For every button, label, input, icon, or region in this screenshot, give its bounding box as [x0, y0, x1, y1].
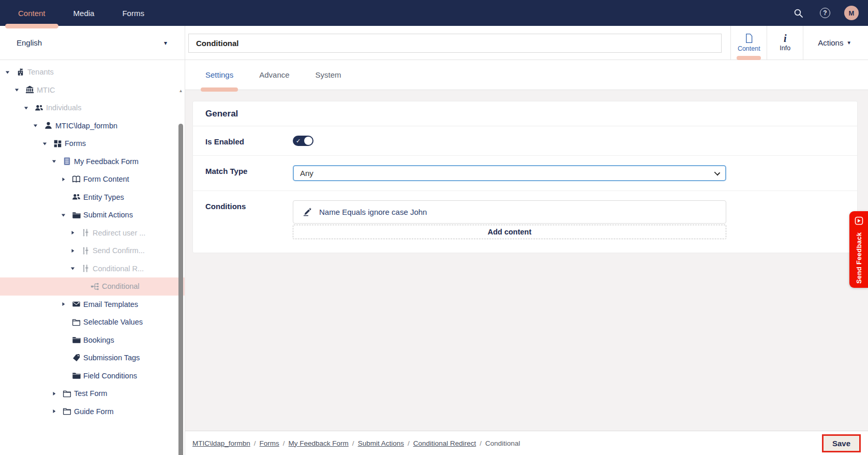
caret-down-icon[interactable] — [52, 159, 61, 164]
book-icon — [70, 175, 82, 184]
conditions-label: Conditions — [205, 200, 293, 239]
tree-item-individuals[interactable]: Individuals — [0, 99, 185, 117]
info-app-button[interactable]: i Info — [767, 26, 803, 60]
tree-item-submit-actions[interactable]: Submit Actions — [0, 206, 185, 224]
document-header: Content i Info Actions ▾ — [185, 26, 868, 60]
content-tree: TenantsMTICIndividualsMTIC\ldap_formbnFo… — [0, 60, 185, 420]
tab-advance[interactable]: Advance — [259, 60, 289, 90]
caret-down-icon[interactable] — [33, 123, 42, 128]
folder-outline-icon — [61, 407, 73, 416]
save-button[interactable]: Save — [822, 434, 861, 452]
sliders-icon — [79, 228, 92, 237]
tree-item-tenants[interactable]: Tenants — [0, 63, 185, 81]
content-app-button[interactable]: Content — [730, 26, 767, 60]
nav-item-media[interactable]: Media — [59, 0, 109, 26]
breadcrumb-link-forms[interactable]: Forms — [260, 439, 279, 447]
tree-item-test-form[interactable]: Test Form — [0, 385, 185, 403]
top-nav-utilities: ? M — [790, 0, 868, 26]
caret-right-icon[interactable] — [52, 391, 61, 396]
match-type-select[interactable]: Any — [293, 165, 726, 181]
caret-down-icon[interactable] — [70, 266, 79, 271]
tree-item-send-confirm[interactable]: Send Confirm... — [0, 242, 185, 260]
caret-down-icon[interactable] — [5, 70, 14, 75]
breadcrumb-link-submit-actions[interactable]: Submit Actions — [358, 439, 404, 447]
tree-item-conditional[interactable]: Conditional — [0, 277, 185, 296]
scroll-up-arrow-icon[interactable]: ▲ — [177, 89, 184, 94]
folder-outline-icon — [70, 318, 82, 327]
tab-system[interactable]: System — [316, 60, 341, 90]
send-feedback-icon — [855, 216, 863, 225]
condition-list-item[interactable]: Name Equals ignore case John — [293, 200, 726, 224]
tree-item-my-feedback-form[interactable]: My Feedback Form — [0, 153, 185, 171]
language-selector[interactable]: English ▾ — [0, 26, 185, 60]
sliders-icon — [79, 264, 92, 273]
search-icon — [794, 8, 803, 18]
caret-right-icon[interactable] — [52, 409, 61, 414]
grid-icon — [51, 139, 64, 148]
folder-filled-icon — [70, 211, 82, 219]
tenants-icon — [14, 68, 26, 77]
main-panel: Content i Info Actions ▾ SettingsAdvance… — [185, 26, 868, 455]
chevron-down-icon: ▾ — [164, 39, 167, 47]
tree-item-bookings[interactable]: Bookings — [0, 331, 185, 349]
breadcrumb-link-conditional-redirect[interactable]: Conditional Redirect — [413, 439, 476, 447]
sidebar-scrollbar[interactable]: ▲ ▼ — [177, 86, 184, 455]
tab-settings[interactable]: Settings — [205, 60, 233, 90]
add-content-button[interactable]: Add content — [293, 225, 726, 239]
help-button[interactable]: ? — [817, 5, 833, 21]
help-icon: ? — [820, 8, 830, 18]
people-icon — [33, 104, 45, 112]
scrollbar-thumb[interactable] — [178, 124, 183, 455]
tag-icon — [70, 354, 82, 362]
tree-item-selectable-values[interactable]: Selectable Values — [0, 313, 185, 331]
tree-item-mtic[interactable]: MTIC — [0, 81, 185, 99]
people-icon — [70, 193, 82, 201]
tree-item-forms[interactable]: Forms — [0, 135, 185, 153]
caret-right-icon[interactable] — [70, 248, 79, 253]
user-avatar[interactable]: M — [844, 6, 859, 20]
tree-item-submission-tags[interactable]: Submission Tags — [0, 349, 185, 367]
caret-right-icon[interactable] — [70, 230, 79, 235]
send-feedback-label: Send Feedback — [855, 226, 863, 284]
scroll-down-arrow-icon[interactable]: ▼ — [177, 448, 184, 453]
bank-icon — [23, 85, 36, 94]
top-navbar: ContentMediaForms ? M — [0, 0, 868, 26]
nav-item-content[interactable]: Content — [4, 0, 59, 26]
actions-dropdown-button[interactable]: Actions ▾ — [803, 26, 868, 60]
caret-down-icon[interactable] — [24, 106, 33, 110]
caret-right-icon[interactable] — [61, 302, 70, 306]
is-enabled-toggle[interactable]: ✓ — [293, 136, 313, 146]
condition-item-label: Name Equals ignore case John — [319, 208, 427, 216]
footer-bar: MTIC\ldap_formbn/Forms/My Feedback Form/… — [185, 431, 868, 455]
email-icon — [70, 300, 82, 309]
caret-right-icon[interactable] — [61, 177, 70, 182]
send-feedback-tab[interactable]: Send Feedback — [849, 211, 868, 288]
tree-item-redirect-user[interactable]: Redirect user ... — [0, 224, 185, 242]
form-doc-icon — [61, 157, 73, 166]
match-type-label: Match Type — [205, 165, 293, 181]
caret-down-icon[interactable] — [61, 213, 70, 217]
document-title-input[interactable] — [188, 34, 722, 53]
folder-filled-icon — [70, 335, 82, 344]
breadcrumb-link-mtic-ldap-formbn[interactable]: MTIC\ldap_formbn — [192, 439, 250, 447]
top-nav-sections: ContentMediaForms — [0, 0, 158, 26]
breadcrumb: MTIC\ldap_formbn/Forms/My Feedback Form/… — [192, 439, 520, 447]
tree-item-field-conditions[interactable]: Field Conditions — [0, 367, 185, 385]
breadcrumb-current: Conditional — [485, 439, 520, 447]
actions-label: Actions — [818, 38, 843, 47]
match-type-row: Match Type Any — [193, 156, 857, 191]
caret-down-icon[interactable] — [14, 87, 23, 92]
tree-item-mtic-ldap-formbn[interactable]: MTIC\ldap_formbn — [0, 117, 185, 135]
caret-down-icon[interactable] — [42, 141, 51, 146]
tree-item-form-content[interactable]: Form Content — [0, 170, 185, 188]
search-button[interactable] — [790, 5, 806, 21]
tree-item-guide-form[interactable]: Guide Form — [0, 403, 185, 421]
info-app-label: Info — [780, 45, 790, 52]
tree-item-conditional-r[interactable]: Conditional R... — [0, 260, 185, 278]
nav-item-forms[interactable]: Forms — [108, 0, 158, 26]
breadcrumb-link-my-feedback-form[interactable]: My Feedback Form — [289, 439, 349, 447]
tree-item-email-templates[interactable]: Email Templates — [0, 296, 185, 314]
user-icon — [42, 121, 54, 130]
tree-item-entity-types[interactable]: Entity Types — [0, 188, 185, 207]
settings-tabbar: SettingsAdvanceSystem — [185, 60, 868, 90]
